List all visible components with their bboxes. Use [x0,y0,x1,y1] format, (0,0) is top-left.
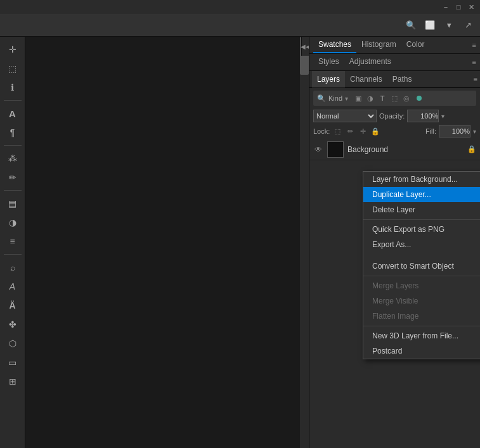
tab-histogram[interactable]: Histogram [356,37,401,53]
layer-thumbnail [327,141,344,158]
layers-tab-group: Layers Channels Paths ≡ [309,71,480,88]
context-menu-item[interactable]: Delete Layer [363,202,480,217]
search-icon: 🔍 [317,94,326,103]
tab-channels[interactable]: Channels [345,71,387,87]
tab-adjustments[interactable]: Adjustments [344,54,396,70]
context-menu-item[interactable]: Postcard [363,343,480,359]
artboard-icon[interactable]: ⬚ [3,60,23,77]
blend-mode-select[interactable]: Normal [313,110,377,122]
transform-icon[interactable]: ✤ [3,316,23,333]
layers-icon[interactable]: ▤ [3,195,23,212]
paths-icon[interactable]: ⁂ [3,150,23,167]
layer-visibility-icon[interactable]: 👁 [313,144,323,155]
brush-icon[interactable]: ✏ [3,169,23,186]
mid-tab-row: Styles Adjustments ≡ [309,54,480,70]
lock-label: Lock: [313,127,330,135]
search-icon[interactable]: 🔍 [404,18,418,32]
lock-all-icon[interactable]: 🔒 [370,126,380,136]
close-button[interactable]: ✕ [465,1,477,13]
context-menu-item[interactable]: Duplicate Layer... [363,187,480,202]
lock-transparency-icon[interactable]: ⬚ [332,126,342,136]
tab-swatches[interactable]: Swatches [313,37,356,53]
type-alt-icon[interactable]: Ä [3,297,23,314]
opacity-label: Opacity: [379,112,405,120]
tab-color[interactable]: Color [401,37,430,53]
divider-4 [4,254,22,255]
context-menu: Layer from Background...Duplicate Layer.… [363,171,480,359]
filter-shape-icon[interactable]: ⬚ [389,93,399,103]
context-menu-separator [363,326,480,326]
top-tab-group: Swatches Histogram Color ≡ [309,37,480,54]
dropdown-icon[interactable]: ▾ [442,18,456,32]
search-tool-icon[interactable]: ⌕ [3,259,23,276]
opacity-row: Opacity: ▾ [379,110,444,122]
filter-adjust-icon[interactable]: ◑ [365,93,375,103]
search-bar: 🔍 Kind ▾ ▣ ◑ T ⬚ ◎ [313,91,476,106]
blend-row: Normal Opacity: ▾ [309,108,480,124]
context-menu-item[interactable]: Layer from Background... [363,172,480,187]
context-menu-separator [363,219,480,220]
adjustment-icon[interactable]: ◑ [3,214,23,231]
context-menu-item[interactable]: Export As... [363,237,480,252]
move-tool-icon[interactable]: ✛ [3,41,23,58]
search-filter-icons: ▣ ◑ T ⬚ ◎ [353,93,412,103]
opacity-input[interactable] [407,110,439,122]
context-menu-item[interactable]: New 3D Layer from File... [363,328,480,343]
vertical-scrollbar[interactable] [300,37,309,448]
tab-paths[interactable]: Paths [387,71,417,87]
divider-3 [4,190,22,191]
context-menu-item: Merge Visible [363,293,480,309]
lock-position-icon[interactable]: ✛ [358,126,368,136]
top-tab-row: Swatches Histogram Color ≡ [309,37,480,53]
layer-item-background[interactable]: 👁 Background 🔒 [309,139,480,160]
layer-name: Background [347,145,464,154]
3d-icon[interactable]: ⬡ [3,335,23,352]
left-sidebar: ✛ ⬚ ℹ A ¶ ⁂ ✏ ▤ ◑ ≡ ⌕ A Ä ✤ ⬡ ▭ ⊞ [0,37,25,448]
window-icon[interactable]: ⬜ [423,18,437,32]
top-tab-menu-icon[interactable]: ≡ [472,41,476,49]
kind-label: Kind [328,94,342,102]
filter-smart-icon[interactable]: ◎ [401,93,412,103]
grid-icon[interactable]: ⊞ [3,373,23,390]
type-tool-icon[interactable]: A [3,105,23,122]
channels-icon[interactable]: ≡ [3,233,23,250]
lock-row: Lock: ⬚ ✏ ✛ 🔒 Fill: ▾ [309,124,480,139]
filter-type-icon[interactable]: T [377,93,387,103]
info-icon[interactable]: ℹ [3,79,23,96]
minimize-button[interactable]: − [439,1,452,13]
share-icon[interactable]: ↗ [461,18,475,32]
context-menu-item: Merge Layers [363,278,480,293]
opacity-dropdown-icon[interactable]: ▾ [441,113,444,120]
context-menu-separator [363,276,480,276]
kind-dropdown-icon[interactable]: ▾ [345,95,348,102]
layers-tab-menu-icon[interactable]: ≡ [474,75,477,83]
mid-tab-menu-icon[interactable]: ≡ [472,58,476,66]
search-dot-icon [417,96,422,101]
text-alt-icon[interactable]: A [3,278,23,295]
tab-styles[interactable]: Styles [313,54,344,70]
rectangle-icon[interactable]: ▭ [3,354,23,371]
layers-tabs: Layers Channels Paths ≡ [309,71,480,87]
divider-1 [4,100,22,101]
context-menu-item: Flatten Image [363,309,480,324]
maximize-button[interactable]: □ [452,1,465,13]
context-menu-item[interactable]: Quick Export as PNG [363,222,480,237]
mid-tab-group: Styles Adjustments ≡ [309,54,480,71]
fill-label: Fill: [425,127,436,135]
context-menu-item[interactable] [363,252,480,259]
panel-collapse-arrow[interactable]: ◀◀ [301,37,309,56]
layer-lock-icon: 🔒 [467,145,476,153]
top-toolbar: 🔍 ⬜ ▾ ↗ [0,14,480,37]
title-bar: − □ ✕ [0,0,480,14]
context-menu-item[interactable]: Convert to Smart Object [363,259,480,274]
lock-brush-icon[interactable]: ✏ [345,126,355,136]
tab-layers[interactable]: Layers [312,71,345,87]
text-format-icon[interactable]: ¶ [3,124,23,141]
canvas-area [25,37,309,448]
divider-2 [4,145,22,146]
filter-pixel-icon[interactable]: ▣ [353,93,363,103]
fill-dropdown-icon[interactable]: ▾ [473,128,476,135]
fill-input[interactable] [439,125,470,138]
